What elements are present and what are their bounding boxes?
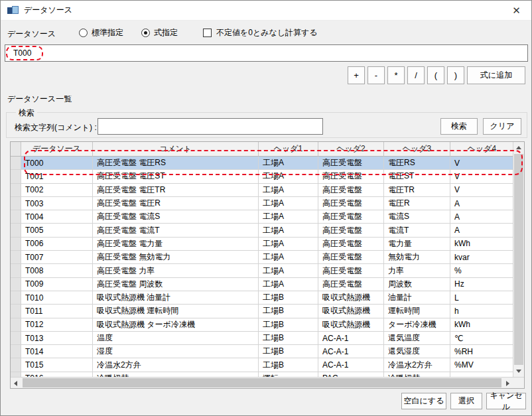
table-cell[interactable]: ターボ冷凍機	[384, 318, 450, 332]
table-cell[interactable]: T016	[21, 372, 93, 377]
table-cell[interactable]: 工場B	[259, 305, 318, 318]
row-header-cell[interactable]	[11, 170, 21, 183]
table-cell[interactable]: 還気湿度	[384, 345, 450, 358]
table-cell[interactable]: AC-A-1	[318, 358, 384, 372]
table-cell[interactable]: T010	[21, 291, 93, 305]
table-cell[interactable]: 工場A	[259, 170, 318, 183]
table-row[interactable]: T002高圧受電盤 電圧TR工場A高圧受電盤電圧TRV	[11, 184, 513, 197]
table-row[interactable]: T004高圧受電盤 電流S工場A高圧受電盤電流SA	[11, 210, 513, 224]
scroll-down-icon[interactable]	[516, 370, 521, 373]
table-cell[interactable]: A	[450, 224, 513, 237]
table-cell[interactable]: 高圧受電盤 力率	[93, 264, 259, 277]
table-cell[interactable]: AC-A-1	[318, 332, 384, 345]
table-cell[interactable]: A	[450, 210, 513, 224]
table-cell[interactable]: 冷暖切替	[93, 372, 259, 377]
table-cell[interactable]: 高圧受電盤 電力量	[93, 238, 259, 251]
table-cell[interactable]: 高圧受電盤 電流T	[93, 224, 259, 237]
table-cell[interactable]: 工場A	[259, 251, 318, 264]
table-cell[interactable]: 冷温水2方弁	[384, 358, 450, 372]
row-header-cell[interactable]	[11, 251, 21, 264]
table-cell[interactable]: T001	[21, 170, 93, 183]
operator-button[interactable]: *	[387, 66, 405, 84]
table-cell[interactable]: 電力量	[384, 238, 450, 251]
operator-button[interactable]: (	[427, 66, 444, 84]
row-header-cell[interactable]	[11, 278, 21, 291]
table-cell[interactable]: kWh	[450, 238, 513, 251]
radio-standard[interactable]: 標準指定	[79, 27, 123, 38]
table-cell[interactable]	[450, 372, 513, 377]
table-cell[interactable]: h	[450, 305, 513, 318]
operator-button[interactable]: )	[447, 66, 464, 84]
row-header-cell[interactable]	[11, 264, 21, 277]
row-header-cell[interactable]	[11, 291, 21, 305]
operator-button[interactable]: -	[367, 66, 385, 84]
table-cell[interactable]: %	[450, 264, 513, 277]
blank-button[interactable]: 空白にする	[401, 393, 446, 409]
expression-input[interactable]	[5, 44, 528, 62]
table-cell[interactable]: 高圧受電盤	[318, 278, 384, 291]
table-cell[interactable]: T008	[21, 264, 93, 277]
table-cell[interactable]: 吸収式熱源機 運転時間	[93, 305, 259, 318]
table-cell[interactable]: 冷温水2方弁	[93, 358, 259, 372]
table-row[interactable]: T015冷温水2方弁工場BAC-A-1冷温水2方弁%MV	[11, 358, 513, 372]
vertical-scroll-thumb[interactable]	[514, 154, 523, 365]
select-button[interactable]: 選択	[450, 393, 482, 409]
table-cell[interactable]: T015	[21, 358, 93, 372]
table-cell[interactable]: 還気温度	[384, 332, 450, 345]
table-cell[interactable]: T011	[21, 305, 93, 318]
row-header-cell[interactable]	[11, 210, 21, 224]
radio-expression-circle[interactable]	[141, 29, 150, 37]
column-header[interactable]: コメント	[93, 142, 259, 157]
clear-button[interactable]: クリア	[483, 118, 521, 135]
table-cell[interactable]: 吸収式熱源機 ターボ冷凍機	[93, 318, 259, 332]
table-cell[interactable]: 高圧受電盤 電圧R	[93, 197, 259, 210]
row-header-cell[interactable]	[11, 332, 21, 345]
table-cell[interactable]: 工場B	[259, 332, 318, 345]
table-cell[interactable]: 工場A	[259, 224, 318, 237]
table-cell[interactable]: 高圧受電盤	[318, 238, 384, 251]
table-cell[interactable]: 温度	[93, 332, 259, 345]
scroll-left-icon[interactable]	[14, 381, 17, 386]
table-cell[interactable]: 高圧受電盤 電圧TR	[93, 184, 259, 197]
table-cell[interactable]: 高圧受電盤	[318, 184, 384, 197]
table-row[interactable]: T001高圧受電盤 電圧ST工場A高圧受電盤電圧STV	[11, 170, 513, 183]
table-cell[interactable]: Hz	[450, 278, 513, 291]
table-row[interactable]: T014湿度工場BAC-A-1還気湿度%RH	[11, 345, 513, 358]
checkbox-box[interactable]	[203, 29, 212, 37]
table-cell[interactable]: 工場A	[259, 210, 318, 224]
table-cell[interactable]: 工場A	[259, 197, 318, 210]
table-cell[interactable]: 運転時間	[384, 305, 450, 318]
table-cell[interactable]: 高圧受電盤 無効電力	[93, 251, 259, 264]
table-cell[interactable]: 高圧受電盤	[318, 251, 384, 264]
table-cell[interactable]: 電圧TR	[384, 184, 450, 197]
table-cell[interactable]: 工場A	[259, 238, 318, 251]
table-cell[interactable]: 工場A	[259, 264, 318, 277]
table-cell[interactable]: V	[450, 157, 513, 170]
table-cell[interactable]: 高圧受電盤	[318, 197, 384, 210]
table-cell[interactable]: 工場A	[259, 157, 318, 170]
column-header[interactable]: ヘッダ3	[384, 142, 450, 157]
add-to-expression-button[interactable]: 式に追加	[467, 66, 525, 84]
table-cell[interactable]: 高圧受電盤 電圧RS	[93, 157, 259, 170]
column-header[interactable]: ヘッダ1	[259, 142, 318, 157]
table-cell[interactable]: 吸収式熱源機	[318, 291, 384, 305]
table-cell[interactable]: V	[450, 184, 513, 197]
operator-button[interactable]: /	[407, 66, 425, 84]
table-row[interactable]: T012吸収式熱源機 ターボ冷凍機工場B吸収式熱源機ターボ冷凍機kWh	[11, 318, 513, 332]
undefined-as-zero-checkbox[interactable]: 不定値を0とみなし計算する	[203, 27, 318, 38]
table-cell[interactable]: 高圧受電盤	[318, 170, 384, 183]
column-header[interactable]: ヘッダ2	[318, 142, 384, 157]
vertical-scrollbar[interactable]	[513, 142, 524, 377]
table-row[interactable]: T010吸収式熱源機 油量計工場B吸収式熱源機油量計L	[11, 291, 513, 305]
table-cell[interactable]: 運転	[259, 372, 318, 377]
table-cell[interactable]: 吸収式熱源機	[318, 305, 384, 318]
row-header-cell[interactable]	[11, 224, 21, 237]
table-cell[interactable]: T013	[21, 332, 93, 345]
table-cell[interactable]: AC-A-1	[318, 345, 384, 358]
row-header-cell[interactable]	[11, 318, 21, 332]
table-cell[interactable]: %MV	[450, 358, 513, 372]
operator-button[interactable]: +	[348, 66, 365, 84]
table-row[interactable]: T006高圧受電盤 電力量工場A高圧受電盤電力量kWh	[11, 238, 513, 251]
search-button[interactable]: 検索	[440, 118, 478, 135]
table-cell[interactable]: 高圧受電盤	[318, 224, 384, 237]
